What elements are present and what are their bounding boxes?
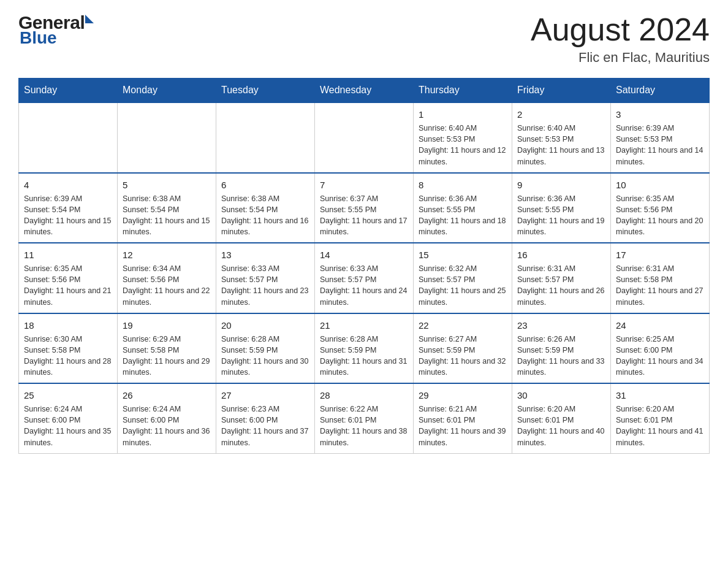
day-number: 12	[123, 248, 211, 261]
calendar-cell: 31Sunrise: 6:20 AM Sunset: 6:01 PM Dayli…	[611, 383, 710, 453]
calendar-week-row: 4Sunrise: 6:39 AM Sunset: 5:54 PM Daylig…	[19, 173, 710, 243]
day-info: Sunrise: 6:27 AM Sunset: 5:59 PM Dayligh…	[419, 334, 507, 378]
day-info: Sunrise: 6:23 AM Sunset: 6:00 PM Dayligh…	[221, 404, 309, 448]
day-info: Sunrise: 6:21 AM Sunset: 6:01 PM Dayligh…	[419, 404, 507, 448]
calendar-cell: 25Sunrise: 6:24 AM Sunset: 6:00 PM Dayli…	[19, 383, 118, 453]
calendar-cell: 12Sunrise: 6:34 AM Sunset: 5:56 PM Dayli…	[118, 243, 216, 313]
weekday-header-thursday: Thursday	[414, 79, 512, 103]
day-number: 31	[616, 389, 704, 402]
day-number: 9	[517, 178, 605, 191]
day-number: 29	[419, 389, 507, 402]
calendar-cell	[118, 102, 216, 173]
calendar-cell: 19Sunrise: 6:29 AM Sunset: 5:58 PM Dayli…	[118, 313, 216, 384]
calendar-cell: 9Sunrise: 6:36 AM Sunset: 5:55 PM Daylig…	[512, 173, 611, 243]
day-info: Sunrise: 6:22 AM Sunset: 6:01 PM Dayligh…	[320, 404, 408, 448]
day-number: 23	[517, 319, 605, 332]
day-number: 20	[221, 319, 309, 332]
calendar-cell: 3Sunrise: 6:39 AM Sunset: 5:53 PM Daylig…	[611, 102, 710, 173]
calendar-week-row: 18Sunrise: 6:30 AM Sunset: 5:58 PM Dayli…	[19, 313, 710, 384]
day-number: 3	[616, 108, 704, 121]
logo-arrow-icon	[85, 15, 94, 23]
day-number: 24	[616, 319, 704, 332]
calendar-cell: 22Sunrise: 6:27 AM Sunset: 5:59 PM Dayli…	[414, 313, 512, 384]
day-number: 18	[24, 319, 112, 332]
day-info: Sunrise: 6:34 AM Sunset: 5:56 PM Dayligh…	[123, 263, 211, 308]
calendar-cell: 15Sunrise: 6:32 AM Sunset: 5:57 PM Dayli…	[414, 243, 512, 313]
day-number: 4	[24, 178, 112, 191]
calendar-week-row: 25Sunrise: 6:24 AM Sunset: 6:00 PM Dayli…	[19, 383, 710, 453]
day-info: Sunrise: 6:24 AM Sunset: 6:00 PM Dayligh…	[24, 404, 112, 448]
day-info: Sunrise: 6:33 AM Sunset: 5:57 PM Dayligh…	[320, 263, 408, 308]
day-info: Sunrise: 6:20 AM Sunset: 6:01 PM Dayligh…	[616, 404, 704, 448]
day-number: 14	[320, 248, 408, 261]
day-info: Sunrise: 6:35 AM Sunset: 5:56 PM Dayligh…	[24, 263, 112, 308]
weekday-header-row: SundayMondayTuesdayWednesdayThursdayFrid…	[19, 79, 710, 103]
day-info: Sunrise: 6:31 AM Sunset: 5:58 PM Dayligh…	[616, 263, 704, 308]
day-info: Sunrise: 6:25 AM Sunset: 6:00 PM Dayligh…	[616, 334, 704, 378]
day-info: Sunrise: 6:26 AM Sunset: 5:59 PM Dayligh…	[517, 334, 605, 378]
calendar-cell: 2Sunrise: 6:40 AM Sunset: 5:53 PM Daylig…	[512, 102, 611, 173]
day-number: 17	[616, 248, 704, 261]
calendar-cell: 23Sunrise: 6:26 AM Sunset: 5:59 PM Dayli…	[512, 313, 611, 384]
day-number: 1	[419, 108, 507, 121]
calendar-cell	[216, 102, 315, 173]
calendar-cell: 11Sunrise: 6:35 AM Sunset: 5:56 PM Dayli…	[19, 243, 118, 313]
calendar-cell: 4Sunrise: 6:39 AM Sunset: 5:54 PM Daylig…	[19, 173, 118, 243]
weekday-header-wednesday: Wednesday	[315, 79, 414, 103]
calendar-cell: 30Sunrise: 6:20 AM Sunset: 6:01 PM Dayli…	[512, 383, 611, 453]
logo-blue-text: Blue	[18, 28, 57, 48]
calendar-cell: 26Sunrise: 6:24 AM Sunset: 6:00 PM Dayli…	[118, 383, 216, 453]
day-info: Sunrise: 6:38 AM Sunset: 5:54 PM Dayligh…	[221, 193, 309, 238]
calendar-cell: 8Sunrise: 6:36 AM Sunset: 5:55 PM Daylig…	[414, 173, 512, 243]
weekday-header-friday: Friday	[512, 79, 611, 103]
page-header: General Blue August 2024 Flic en Flac, M…	[18, 12, 710, 66]
day-info: Sunrise: 6:37 AM Sunset: 5:55 PM Dayligh…	[320, 193, 408, 238]
calendar-week-row: 11Sunrise: 6:35 AM Sunset: 5:56 PM Dayli…	[19, 243, 710, 313]
day-info: Sunrise: 6:36 AM Sunset: 5:55 PM Dayligh…	[517, 193, 605, 238]
calendar-cell: 18Sunrise: 6:30 AM Sunset: 5:58 PM Dayli…	[19, 313, 118, 384]
calendar-cell: 17Sunrise: 6:31 AM Sunset: 5:58 PM Dayli…	[611, 243, 710, 313]
day-number: 8	[419, 178, 507, 191]
title-block: August 2024 Flic en Flac, Mauritius	[531, 12, 710, 66]
weekday-header-sunday: Sunday	[19, 79, 118, 103]
day-number: 5	[123, 178, 211, 191]
day-info: Sunrise: 6:39 AM Sunset: 5:53 PM Dayligh…	[616, 123, 704, 167]
day-info: Sunrise: 6:31 AM Sunset: 5:57 PM Dayligh…	[517, 263, 605, 308]
day-info: Sunrise: 6:35 AM Sunset: 5:56 PM Dayligh…	[616, 193, 704, 238]
day-number: 22	[419, 319, 507, 332]
calendar-cell: 6Sunrise: 6:38 AM Sunset: 5:54 PM Daylig…	[216, 173, 315, 243]
calendar-cell: 13Sunrise: 6:33 AM Sunset: 5:57 PM Dayli…	[216, 243, 315, 313]
day-number: 15	[419, 248, 507, 261]
day-number: 16	[517, 248, 605, 261]
day-number: 6	[221, 178, 309, 191]
day-info: Sunrise: 6:30 AM Sunset: 5:58 PM Dayligh…	[24, 334, 112, 378]
day-number: 27	[221, 389, 309, 402]
day-number: 2	[517, 108, 605, 121]
day-info: Sunrise: 6:33 AM Sunset: 5:57 PM Dayligh…	[221, 263, 309, 308]
day-info: Sunrise: 6:29 AM Sunset: 5:58 PM Dayligh…	[123, 334, 211, 378]
day-number: 10	[616, 178, 704, 191]
calendar-cell: 24Sunrise: 6:25 AM Sunset: 6:00 PM Dayli…	[611, 313, 710, 384]
day-info: Sunrise: 6:32 AM Sunset: 5:57 PM Dayligh…	[419, 263, 507, 308]
calendar-cell: 20Sunrise: 6:28 AM Sunset: 5:59 PM Dayli…	[216, 313, 315, 384]
calendar-week-row: 1Sunrise: 6:40 AM Sunset: 5:53 PM Daylig…	[19, 102, 710, 173]
day-number: 30	[517, 389, 605, 402]
day-info: Sunrise: 6:36 AM Sunset: 5:55 PM Dayligh…	[419, 193, 507, 238]
day-number: 19	[123, 319, 211, 332]
day-number: 26	[123, 389, 211, 402]
calendar-cell: 27Sunrise: 6:23 AM Sunset: 6:00 PM Dayli…	[216, 383, 315, 453]
calendar-cell: 5Sunrise: 6:38 AM Sunset: 5:54 PM Daylig…	[118, 173, 216, 243]
calendar-cell: 28Sunrise: 6:22 AM Sunset: 6:01 PM Dayli…	[315, 383, 414, 453]
day-number: 13	[221, 248, 309, 261]
day-info: Sunrise: 6:20 AM Sunset: 6:01 PM Dayligh…	[517, 404, 605, 448]
day-info: Sunrise: 6:40 AM Sunset: 5:53 PM Dayligh…	[419, 123, 507, 167]
calendar-cell	[315, 102, 414, 173]
calendar-table: SundayMondayTuesdayWednesdayThursdayFrid…	[18, 78, 710, 454]
day-number: 11	[24, 248, 112, 261]
weekday-header-saturday: Saturday	[611, 79, 710, 103]
day-info: Sunrise: 6:40 AM Sunset: 5:53 PM Dayligh…	[517, 123, 605, 167]
day-number: 21	[320, 319, 408, 332]
day-number: 28	[320, 389, 408, 402]
calendar-cell: 14Sunrise: 6:33 AM Sunset: 5:57 PM Dayli…	[315, 243, 414, 313]
day-info: Sunrise: 6:24 AM Sunset: 6:00 PM Dayligh…	[123, 404, 211, 448]
